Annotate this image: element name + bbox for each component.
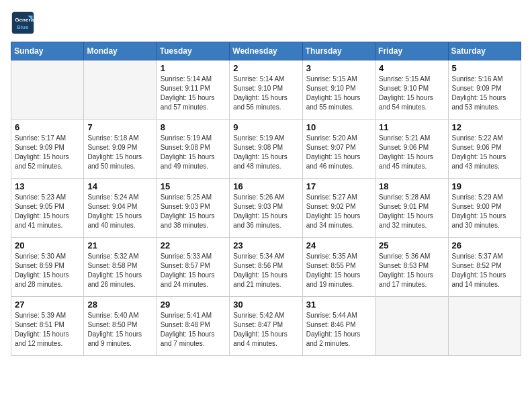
day-number: 2 (233, 63, 298, 73)
day-info: Sunrise: 5:15 AM Sunset: 9:10 PM Dayligh… (306, 75, 371, 112)
day-number: 1 (161, 63, 226, 73)
day-cell: 29Sunrise: 5:41 AM Sunset: 8:48 PM Dayli… (157, 297, 229, 356)
day-number: 10 (306, 122, 371, 132)
day-number: 17 (306, 181, 371, 191)
day-number: 31 (306, 300, 371, 310)
day-info: Sunrise: 5:26 AM Sunset: 9:03 PM Dayligh… (233, 193, 298, 230)
day-info: Sunrise: 5:22 AM Sunset: 9:06 PM Dayligh… (452, 134, 517, 171)
day-number: 29 (161, 300, 226, 310)
day-number: 12 (452, 122, 517, 132)
col-header-monday: Monday (84, 42, 157, 60)
day-cell: 23Sunrise: 5:34 AM Sunset: 8:56 PM Dayli… (230, 238, 302, 297)
day-cell: 4Sunrise: 5:15 AM Sunset: 9:10 PM Daylig… (375, 60, 448, 120)
day-info: Sunrise: 5:37 AM Sunset: 8:52 PM Dayligh… (452, 252, 517, 289)
day-cell: 9Sunrise: 5:19 AM Sunset: 9:08 PM Daylig… (230, 120, 302, 179)
day-number: 28 (87, 300, 152, 310)
day-cell: 13Sunrise: 5:23 AM Sunset: 9:05 PM Dayli… (11, 179, 84, 238)
day-info: Sunrise: 5:35 AM Sunset: 8:55 PM Dayligh… (306, 252, 371, 289)
day-cell: 11Sunrise: 5:21 AM Sunset: 9:06 PM Dayli… (375, 120, 448, 179)
day-info: Sunrise: 5:14 AM Sunset: 9:11 PM Dayligh… (161, 75, 226, 112)
day-cell: 12Sunrise: 5:22 AM Sunset: 9:06 PM Dayli… (448, 120, 521, 179)
day-cell: 27Sunrise: 5:39 AM Sunset: 8:51 PM Dayli… (11, 297, 84, 356)
day-number: 13 (15, 181, 80, 191)
day-info: Sunrise: 5:42 AM Sunset: 8:47 PM Dayligh… (233, 311, 298, 349)
day-cell: 14Sunrise: 5:24 AM Sunset: 9:04 PM Dayli… (84, 179, 157, 238)
day-cell: 28Sunrise: 5:40 AM Sunset: 8:50 PM Dayli… (84, 297, 157, 356)
day-cell: 30Sunrise: 5:42 AM Sunset: 8:47 PM Dayli… (230, 297, 302, 356)
day-cell: 22Sunrise: 5:33 AM Sunset: 8:57 PM Dayli… (157, 238, 229, 297)
day-number: 16 (233, 181, 298, 191)
day-info: Sunrise: 5:33 AM Sunset: 8:57 PM Dayligh… (161, 252, 226, 289)
calendar-table: SundayMondayTuesdayWednesdayThursdayFrid… (11, 42, 521, 356)
day-info: Sunrise: 5:27 AM Sunset: 9:02 PM Dayligh… (306, 193, 371, 230)
day-info: Sunrise: 5:20 AM Sunset: 9:07 PM Dayligh… (306, 134, 371, 171)
day-cell: 3Sunrise: 5:15 AM Sunset: 9:10 PM Daylig… (302, 60, 375, 120)
day-number: 19 (452, 181, 517, 191)
day-number: 26 (452, 240, 517, 250)
day-cell: 24Sunrise: 5:35 AM Sunset: 8:55 PM Dayli… (302, 238, 375, 297)
svg-text:Blue: Blue (17, 24, 29, 30)
day-cell: 31Sunrise: 5:44 AM Sunset: 8:46 PM Dayli… (302, 297, 375, 356)
col-header-tuesday: Tuesday (157, 42, 229, 60)
day-info: Sunrise: 5:44 AM Sunset: 8:46 PM Dayligh… (306, 311, 371, 349)
day-number: 23 (233, 240, 298, 250)
day-number: 21 (87, 240, 152, 250)
day-number: 20 (15, 240, 80, 250)
day-number: 9 (233, 122, 298, 132)
day-info: Sunrise: 5:14 AM Sunset: 9:10 PM Dayligh… (233, 75, 298, 112)
day-info: Sunrise: 5:36 AM Sunset: 8:53 PM Dayligh… (379, 252, 444, 289)
day-number: 18 (379, 181, 444, 191)
day-number: 30 (233, 300, 298, 310)
day-info: Sunrise: 5:34 AM Sunset: 8:56 PM Dayligh… (233, 252, 298, 289)
day-cell (448, 297, 521, 356)
day-cell: 26Sunrise: 5:37 AM Sunset: 8:52 PM Dayli… (448, 238, 521, 297)
day-cell: 16Sunrise: 5:26 AM Sunset: 9:03 PM Dayli… (230, 179, 302, 238)
day-number: 7 (87, 122, 152, 132)
day-info: Sunrise: 5:17 AM Sunset: 9:09 PM Dayligh… (15, 134, 80, 171)
col-header-friday: Friday (375, 42, 448, 60)
day-info: Sunrise: 5:32 AM Sunset: 8:58 PM Dayligh… (87, 252, 152, 289)
day-cell (11, 60, 84, 120)
day-cell: 19Sunrise: 5:29 AM Sunset: 9:00 PM Dayli… (448, 179, 521, 238)
day-cell: 25Sunrise: 5:36 AM Sunset: 8:53 PM Dayli… (375, 238, 448, 297)
day-cell: 6Sunrise: 5:17 AM Sunset: 9:09 PM Daylig… (11, 120, 84, 179)
week-row-3: 13Sunrise: 5:23 AM Sunset: 9:05 PM Dayli… (11, 179, 521, 238)
day-info: Sunrise: 5:19 AM Sunset: 9:08 PM Dayligh… (233, 134, 298, 171)
day-number: 4 (379, 63, 444, 73)
day-cell: 20Sunrise: 5:30 AM Sunset: 8:59 PM Dayli… (11, 238, 84, 297)
day-info: Sunrise: 5:40 AM Sunset: 8:50 PM Dayligh… (87, 311, 152, 349)
day-cell (375, 297, 448, 356)
day-number: 22 (161, 240, 226, 250)
day-info: Sunrise: 5:39 AM Sunset: 8:51 PM Dayligh… (15, 311, 80, 349)
day-cell (84, 60, 157, 120)
day-cell: 21Sunrise: 5:32 AM Sunset: 8:58 PM Dayli… (84, 238, 157, 297)
day-info: Sunrise: 5:18 AM Sunset: 9:09 PM Dayligh… (87, 134, 152, 171)
day-info: Sunrise: 5:16 AM Sunset: 9:09 PM Dayligh… (452, 75, 517, 112)
day-number: 27 (15, 300, 80, 310)
col-header-wednesday: Wednesday (230, 42, 302, 60)
day-number: 24 (306, 240, 371, 250)
day-cell: 17Sunrise: 5:27 AM Sunset: 9:02 PM Dayli… (302, 179, 375, 238)
col-header-thursday: Thursday (302, 42, 375, 60)
day-info: Sunrise: 5:41 AM Sunset: 8:48 PM Dayligh… (161, 311, 226, 349)
page-header: General Blue (11, 11, 521, 35)
day-cell: 7Sunrise: 5:18 AM Sunset: 9:09 PM Daylig… (84, 120, 157, 179)
day-cell: 15Sunrise: 5:25 AM Sunset: 9:03 PM Dayli… (157, 179, 229, 238)
day-info: Sunrise: 5:30 AM Sunset: 8:59 PM Dayligh… (15, 252, 80, 289)
day-cell: 5Sunrise: 5:16 AM Sunset: 9:09 PM Daylig… (448, 60, 521, 120)
day-info: Sunrise: 5:28 AM Sunset: 9:01 PM Dayligh… (379, 193, 444, 230)
day-info: Sunrise: 5:19 AM Sunset: 9:08 PM Dayligh… (161, 134, 226, 171)
week-row-5: 27Sunrise: 5:39 AM Sunset: 8:51 PM Dayli… (11, 297, 521, 356)
week-row-1: 1Sunrise: 5:14 AM Sunset: 9:11 PM Daylig… (11, 60, 521, 120)
day-info: Sunrise: 5:23 AM Sunset: 9:05 PM Dayligh… (15, 193, 80, 230)
day-number: 25 (379, 240, 444, 250)
day-info: Sunrise: 5:25 AM Sunset: 9:03 PM Dayligh… (161, 193, 226, 230)
day-info: Sunrise: 5:21 AM Sunset: 9:06 PM Dayligh… (379, 134, 444, 171)
day-number: 15 (161, 181, 226, 191)
day-cell: 10Sunrise: 5:20 AM Sunset: 9:07 PM Dayli… (302, 120, 375, 179)
day-info: Sunrise: 5:24 AM Sunset: 9:04 PM Dayligh… (87, 193, 152, 230)
day-number: 11 (379, 122, 444, 132)
col-header-sunday: Sunday (11, 42, 84, 60)
day-number: 14 (87, 181, 152, 191)
day-cell: 1Sunrise: 5:14 AM Sunset: 9:11 PM Daylig… (157, 60, 229, 120)
